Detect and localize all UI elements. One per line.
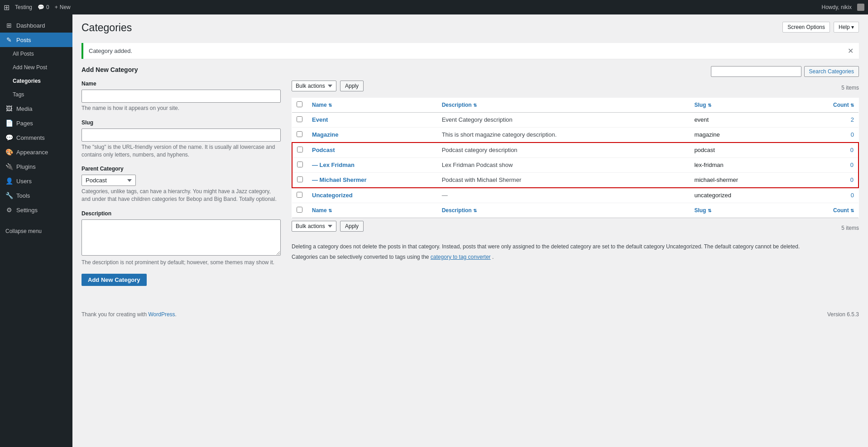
- sidebar-item-tools[interactable]: 🔧 Tools: [0, 188, 72, 203]
- sidebar-item-tags[interactable]: Tags: [0, 88, 72, 101]
- sidebar-item-settings[interactable]: ⚙ Settings: [0, 203, 72, 217]
- table-row: Magazine This is short magazine category…: [292, 128, 858, 143]
- desc-sort-icon-bottom: ⇅: [473, 208, 477, 213]
- top-bar: ⊞ Testing 💬 0 + New Howdy, nikix: [0, 0, 868, 14]
- posts-submenu: All Posts Add New Post Categories Tags: [0, 47, 72, 101]
- notice-bar: Category added. ✕: [82, 43, 859, 59]
- category-name-link[interactable]: — Lex Fridman: [312, 162, 355, 168]
- row-checkbox-cell: [292, 173, 307, 188]
- sidebar-item-media[interactable]: 🖼 Media: [0, 101, 72, 116]
- slug-group: Slug The "slug" is the URL-friendly vers…: [82, 119, 281, 159]
- new-item-button[interactable]: + New: [55, 4, 71, 10]
- notice-close-button[interactable]: ✕: [848, 47, 854, 55]
- collapse-menu[interactable]: Collapse menu: [0, 224, 72, 238]
- sidebar-item-add-new-post[interactable]: Add New Post: [0, 61, 72, 74]
- comments-count[interactable]: 💬 0: [38, 4, 49, 10]
- row-checkbox-cell: [292, 188, 307, 203]
- parent-hint: Categories, unlike tags, can have a hier…: [82, 188, 281, 203]
- category-name-link[interactable]: Uncategorized: [312, 192, 353, 199]
- th-description[interactable]: Description ⇅: [437, 98, 690, 113]
- table-footer-header-row: Name ⇅ Description ⇅ Slug ⇅: [292, 203, 858, 218]
- description-col-label-bottom: Description: [442, 207, 472, 214]
- footer-note-2-text: Categories can be selectively converted …: [292, 254, 429, 260]
- apply-button-bottom[interactable]: Apply: [340, 221, 364, 232]
- name-label: Name: [82, 81, 281, 87]
- search-categories-button[interactable]: Search Categories: [804, 66, 859, 77]
- add-new-category-button[interactable]: Add New Category: [82, 274, 147, 286]
- row-checkbox[interactable]: [297, 176, 303, 182]
- bulk-select-bottom[interactable]: Bulk actions Delete: [292, 221, 336, 232]
- sidebar-item-posts[interactable]: ✎ Posts: [0, 33, 72, 47]
- help-button[interactable]: Help ▾: [834, 22, 859, 33]
- sidebar-item-dashboard[interactable]: ⊞ Dashboard: [0, 18, 72, 33]
- header-buttons: Screen Options Help ▾: [782, 22, 859, 33]
- row-checkbox[interactable]: [297, 147, 303, 152]
- name-input[interactable]: [82, 90, 281, 103]
- screen-options-button[interactable]: Screen Options: [782, 22, 830, 33]
- wordpress-link[interactable]: WordPress: [148, 311, 175, 318]
- category-count-link[interactable]: 0: [851, 131, 854, 138]
- category-count-link[interactable]: 0: [850, 147, 854, 153]
- row-count-cell: 0: [797, 173, 858, 188]
- row-checkbox[interactable]: [297, 131, 302, 137]
- slug-input[interactable]: [82, 128, 281, 142]
- select-all-checkbox[interactable]: [297, 101, 302, 107]
- table-head: Name ⇅ Description ⇅ Slug ⇅: [292, 98, 858, 113]
- sidebar-item-comments[interactable]: 💬 Comments: [0, 130, 72, 145]
- bulk-actions-bottom: Bulk actions Delete Apply: [292, 221, 364, 232]
- category-name-link[interactable]: Event: [312, 116, 328, 123]
- row-checkbox[interactable]: [297, 192, 302, 198]
- th-count[interactable]: Count ⇅: [797, 98, 858, 113]
- page-header: Categories Screen Options Help ▾: [82, 22, 859, 38]
- category-count-link[interactable]: 0: [850, 162, 854, 168]
- row-checkbox[interactable]: [297, 162, 303, 167]
- sidebar-label-tools: Tools: [16, 192, 30, 199]
- version-info: Version 6.5.3: [827, 311, 859, 318]
- category-name-link[interactable]: — Michael Shermer: [312, 176, 367, 183]
- description-hint: The description is not prominent by defa…: [82, 259, 281, 266]
- sidebar-item-pages[interactable]: 📄 Pages: [0, 116, 72, 130]
- items-count-top: 5 items: [841, 85, 859, 91]
- category-name-link[interactable]: Magazine: [312, 131, 339, 138]
- apply-button-top[interactable]: Apply: [340, 81, 364, 91]
- th-count-bottom[interactable]: Count ⇅: [797, 203, 858, 218]
- category-to-tag-converter-link[interactable]: category to tag converter: [431, 254, 491, 260]
- th-name-bottom[interactable]: Name ⇅: [307, 203, 437, 218]
- category-description: Lex Fridman Podcast show: [442, 162, 513, 168]
- category-count-link[interactable]: 2: [851, 116, 854, 123]
- description-textarea[interactable]: [82, 219, 281, 256]
- category-name-link[interactable]: Podcast: [312, 147, 335, 153]
- th-slug-bottom[interactable]: Slug ⇅: [690, 203, 797, 218]
- wp-logo-icon[interactable]: ⊞: [4, 3, 10, 12]
- slug-col-label: Slug: [694, 102, 706, 108]
- sidebar-item-users[interactable]: 👤 Users: [0, 174, 72, 188]
- table-body: Event Event Category description event 2: [292, 113, 858, 218]
- parent-label: Parent Category: [82, 166, 281, 172]
- th-slug[interactable]: Slug ⇅: [690, 98, 797, 113]
- category-count-link[interactable]: 0: [850, 176, 854, 183]
- sidebar-item-all-posts[interactable]: All Posts: [0, 47, 72, 61]
- category-count-link[interactable]: 0: [851, 192, 854, 199]
- th-description-bottom[interactable]: Description ⇅: [437, 203, 690, 218]
- parent-select[interactable]: None Event Magazine Podcast Uncategorize…: [82, 175, 136, 186]
- search-input[interactable]: [711, 66, 801, 77]
- bulk-select-top[interactable]: Bulk actions Delete: [292, 81, 336, 91]
- sidebar-item-appearance[interactable]: 🎨 Appearance: [0, 145, 72, 159]
- sidebar-label-dashboard: Dashboard: [16, 22, 45, 29]
- site-name[interactable]: Testing: [15, 4, 32, 10]
- user-avatar[interactable]: [857, 4, 864, 11]
- sidebar-item-plugins[interactable]: 🔌 Plugins: [0, 159, 72, 174]
- count-sort-icon: ⇅: [850, 103, 854, 108]
- category-slug: lex-fridman: [694, 162, 723, 168]
- select-all-bottom-checkbox[interactable]: [297, 207, 302, 213]
- items-count-bottom: 5 items: [841, 225, 859, 231]
- sidebar-item-categories[interactable]: Categories: [0, 74, 72, 88]
- row-desc-cell: Lex Fridman Podcast show: [437, 158, 690, 173]
- th-name[interactable]: Name ⇅: [307, 98, 437, 113]
- row-desc-cell: This is short magazine category descript…: [437, 128, 690, 143]
- row-desc-cell: —: [437, 188, 690, 203]
- category-description: Event Category description: [442, 116, 513, 123]
- row-checkbox[interactable]: [297, 116, 302, 122]
- row-name-cell: Uncategorized: [307, 188, 437, 203]
- row-count-cell: 0: [797, 188, 858, 203]
